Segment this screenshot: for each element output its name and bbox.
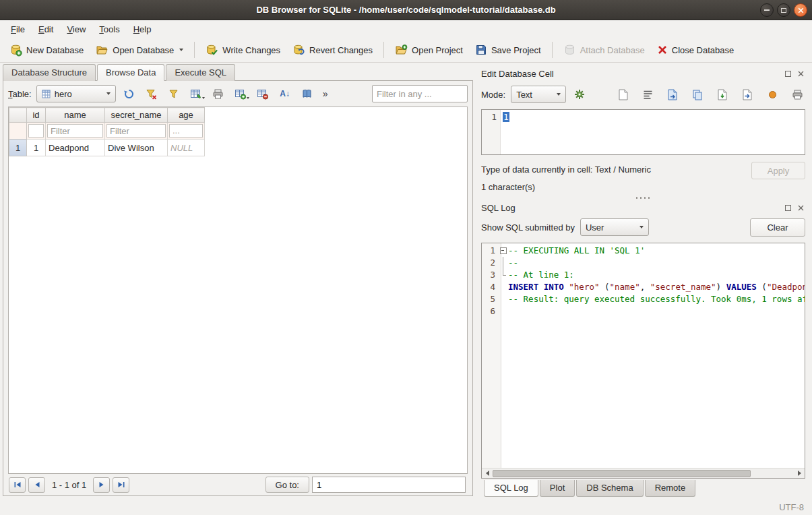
name-filter-input[interactable]	[47, 124, 103, 138]
menu-tools[interactable]: Tools	[92, 20, 126, 38]
refresh-button[interactable]	[121, 85, 138, 102]
data-grid[interactable]: id name secret_name age ...	[8, 107, 468, 474]
copy-data-button[interactable]	[689, 86, 706, 102]
sql-log-lines[interactable]: 1-- EXECUTING ALL IN 'SQL 1'2--3-- At li…	[482, 243, 805, 468]
menu-help-label: Help	[133, 24, 152, 34]
scroll-left-button[interactable]	[482, 471, 493, 476]
text-document-button[interactable]	[615, 86, 631, 102]
app-window: DB Browser for SQLite - /home/user/code/…	[0, 0, 812, 515]
import-data-button[interactable]	[714, 86, 730, 102]
set-null-button[interactable]	[764, 86, 780, 102]
delete-record-button[interactable]	[254, 85, 272, 102]
menu-file[interactable]: File	[4, 20, 32, 38]
fold-guide	[498, 257, 508, 269]
maximize-button[interactable]	[777, 3, 790, 17]
print-button[interactable]	[210, 85, 227, 102]
column-header-name[interactable]: name	[46, 108, 105, 123]
attach-database-button[interactable]: Attach Database	[558, 40, 650, 60]
cell-type-info: Type of data currently in cell: Text / N…	[481, 162, 751, 175]
last-page-button[interactable]	[113, 477, 129, 493]
minimize-icon	[764, 9, 770, 11]
edit-cell-float-button[interactable]	[783, 69, 792, 78]
sql-log-line: 6	[482, 305, 805, 317]
close-window-button[interactable]	[794, 3, 807, 17]
next-page-button[interactable]	[93, 477, 110, 493]
sql-log-line: 5-- Result: query executed successfully.…	[482, 293, 805, 305]
goto-input[interactable]	[312, 477, 466, 493]
row-header[interactable]: 1	[9, 140, 27, 156]
horizontal-scrollbar	[482, 468, 805, 478]
pagination-bar: 1 - 1 of 1 Go to:	[3, 474, 472, 495]
tab-execute-sql[interactable]: Execute SQL	[166, 64, 235, 81]
cell-age[interactable]: NULL	[168, 140, 205, 156]
scrollbar-thumb[interactable]	[493, 470, 751, 477]
edit-cell-close-button[interactable]	[796, 69, 805, 78]
secret-name-filter-input[interactable]	[106, 124, 166, 138]
dock-tab-bar: SQL Log Plot DB Schema Remote	[481, 479, 805, 499]
log-line-number: 3	[482, 269, 498, 281]
splitter-handle[interactable]	[481, 194, 805, 201]
scroll-right-button[interactable]	[794, 471, 805, 476]
sql-log-float-button[interactable]	[783, 203, 792, 212]
attach-database-label: Attach Database	[580, 45, 645, 55]
float-icon	[785, 71, 791, 77]
menu-view[interactable]: View	[60, 20, 92, 38]
apply-button[interactable]: Apply	[751, 162, 805, 179]
sort-button[interactable]: A↓	[276, 85, 294, 102]
id-filter-input[interactable]	[28, 124, 44, 138]
age-filter-input[interactable]: ...	[169, 124, 203, 138]
open-database-dropdown-icon[interactable]	[179, 49, 183, 51]
filter-any-column-input[interactable]	[372, 85, 468, 102]
display-format-button[interactable]	[299, 85, 316, 102]
revert-changes-button[interactable]: Revert Changes	[287, 40, 378, 60]
previous-page-button[interactable]	[28, 477, 45, 493]
menu-help[interactable]: Help	[127, 20, 158, 38]
column-header-id[interactable]: id	[27, 108, 46, 123]
clear-all-filters-button[interactable]	[143, 85, 160, 102]
cell-id[interactable]: 1	[27, 140, 46, 156]
goto-button[interactable]: Go to:	[266, 477, 309, 493]
open-database-button[interactable]: Open Database	[90, 40, 189, 60]
dock-tab-plot[interactable]: Plot	[540, 480, 575, 497]
text-document-icon	[618, 89, 628, 100]
new-database-button[interactable]: New Database	[4, 40, 89, 60]
tab-browse-data[interactable]: Browse Data	[97, 64, 164, 81]
open-file-button[interactable]	[664, 86, 681, 102]
clear-log-button[interactable]: Clear	[750, 218, 805, 237]
cell-editor[interactable]: 1 1	[481, 109, 805, 155]
open-project-button[interactable]: Open Project	[389, 40, 468, 60]
column-header-age[interactable]: age	[168, 108, 205, 123]
submitted-by-selector[interactable]: User	[580, 218, 649, 236]
revert-changes-label: Revert Changes	[309, 45, 373, 55]
word-wrap-button[interactable]	[639, 86, 656, 102]
save-table-view-button[interactable]	[187, 85, 205, 102]
filter-button[interactable]	[165, 85, 183, 102]
write-changes-button[interactable]: Write Changes	[200, 40, 286, 60]
tab-database-structure[interactable]: Database Structure	[3, 64, 96, 81]
cell-name[interactable]: Deadpond	[46, 140, 105, 156]
auto-mode-button[interactable]	[571, 86, 588, 102]
fold-marker-icon[interactable]	[498, 245, 508, 257]
cell-secret-name[interactable]: Dive Wilson	[105, 140, 168, 156]
export-data-button[interactable]	[739, 86, 755, 102]
dock-tab-db-schema[interactable]: DB Schema	[576, 480, 643, 497]
save-project-button[interactable]: Save Project	[470, 40, 546, 59]
insert-record-button[interactable]	[232, 85, 249, 102]
chevron-down-icon	[202, 91, 205, 101]
mode-selector[interactable]: Text	[511, 86, 566, 103]
dock-tab-remote[interactable]: Remote	[645, 480, 696, 497]
menu-edit[interactable]: Edit	[32, 20, 60, 38]
browse-data-panel: Table: hero	[3, 80, 473, 496]
column-header-secret-name[interactable]: secret_name	[105, 108, 168, 123]
close-database-button[interactable]: Close Database	[652, 41, 740, 59]
dock-tab-sql-log[interactable]: SQL Log	[484, 480, 538, 497]
log-line-text: -- EXECUTING ALL IN 'SQL 1'	[508, 245, 805, 257]
close-database-label: Close Database	[672, 45, 735, 55]
table-selector[interactable]: hero	[36, 85, 116, 102]
sql-log-close-button[interactable]	[796, 203, 805, 212]
log-line-number: 2	[482, 257, 498, 269]
toolbar-extension-button[interactable]: »	[321, 88, 330, 99]
minimize-button[interactable]	[760, 3, 774, 17]
first-page-button[interactable]	[9, 477, 26, 493]
print-cell-button[interactable]	[789, 86, 805, 102]
